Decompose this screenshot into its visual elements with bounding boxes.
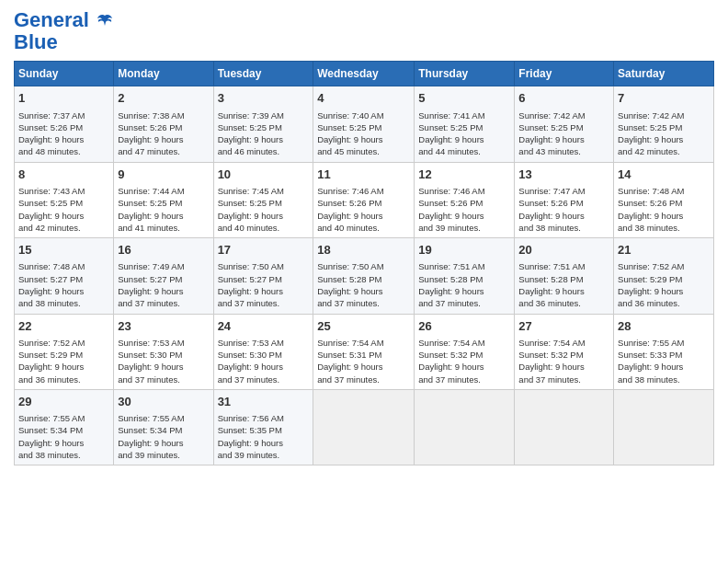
calendar-cell: 1Sunrise: 7:37 AMSunset: 5:26 PMDaylight…: [15, 86, 114, 162]
day-info-line: Daylight: 9 hours: [18, 361, 109, 373]
day-info-line: Sunset: 5:26 PM: [518, 197, 609, 209]
day-number: 28: [618, 318, 710, 335]
day-info-line: Daylight: 9 hours: [418, 285, 510, 297]
day-info-line: Sunset: 5:26 PM: [618, 197, 710, 209]
day-info-line: Daylight: 9 hours: [418, 361, 510, 373]
day-info-line: and 48 minutes.: [18, 145, 109, 157]
day-info-line: and 37 minutes.: [418, 373, 510, 385]
day-info-line: and 36 minutes.: [618, 297, 710, 309]
day-info-line: Sunrise: 7:39 AM: [218, 109, 310, 121]
day-info-line: and 37 minutes.: [118, 373, 209, 385]
day-info-line: Sunset: 5:31 PM: [317, 349, 410, 361]
day-info-line: Daylight: 9 hours: [118, 210, 209, 222]
day-info-line: Daylight: 9 hours: [218, 361, 310, 373]
calendar-cell: 12Sunrise: 7:46 AMSunset: 5:26 PMDayligh…: [415, 162, 515, 237]
day-number: 17: [218, 242, 310, 259]
day-number: 31: [218, 394, 310, 410]
day-info-line: Sunset: 5:27 PM: [118, 273, 209, 285]
calendar-cell: 11Sunrise: 7:46 AMSunset: 5:26 PMDayligh…: [313, 162, 415, 237]
day-info-line: Daylight: 9 hours: [618, 361, 710, 373]
day-info-line: Sunrise: 7:38 AM: [118, 109, 209, 121]
day-info-line: and 38 minutes.: [518, 222, 609, 234]
calendar-table: SundayMondayTuesdayWednesdayThursdayFrid…: [14, 61, 714, 465]
day-number: 9: [118, 167, 209, 183]
day-info-line: Sunset: 5:32 PM: [418, 349, 510, 361]
day-info-line: and 40 minutes.: [218, 222, 310, 234]
calendar-cell: 6Sunrise: 7:42 AMSunset: 5:25 PMDaylight…: [515, 86, 614, 162]
day-info-line: and 42 minutes.: [18, 222, 109, 234]
day-info-line: and 36 minutes.: [518, 297, 609, 309]
day-info-line: Daylight: 9 hours: [218, 133, 310, 145]
day-info-line: Daylight: 9 hours: [218, 437, 310, 449]
day-info-line: Daylight: 9 hours: [317, 133, 410, 145]
weekday-header-thursday: Thursday: [415, 62, 515, 86]
day-info-line: and 37 minutes.: [418, 297, 510, 309]
day-info-line: Sunrise: 7:40 AM: [317, 109, 410, 121]
calendar-cell: 21Sunrise: 7:52 AMSunset: 5:29 PMDayligh…: [614, 238, 714, 314]
day-info-line: and 38 minutes.: [618, 373, 710, 385]
day-info-line: Sunset: 5:26 PM: [18, 121, 109, 133]
day-number: 27: [518, 318, 609, 335]
day-info-line: Sunrise: 7:54 AM: [518, 337, 609, 349]
day-info-line: and 37 minutes.: [317, 297, 410, 309]
calendar-week-row: 8Sunrise: 7:43 AMSunset: 5:25 PMDaylight…: [15, 162, 714, 237]
calendar-cell: 16Sunrise: 7:49 AMSunset: 5:27 PMDayligh…: [114, 238, 213, 314]
day-info-line: and 36 minutes.: [18, 373, 109, 385]
day-info-line: and 41 minutes.: [118, 222, 209, 234]
calendar-week-row: 15Sunrise: 7:48 AMSunset: 5:27 PMDayligh…: [15, 238, 714, 314]
day-info-line: Sunset: 5:28 PM: [518, 273, 609, 285]
calendar-cell: [313, 389, 415, 465]
day-info-line: Sunrise: 7:50 AM: [317, 260, 410, 272]
logo-bird-icon: [97, 13, 113, 29]
day-info-line: Daylight: 9 hours: [218, 210, 310, 222]
day-info-line: Sunset: 5:25 PM: [218, 121, 310, 133]
calendar-cell: 31Sunrise: 7:56 AMSunset: 5:35 PMDayligh…: [213, 389, 313, 465]
day-info-line: Sunrise: 7:55 AM: [618, 337, 710, 349]
day-number: 7: [618, 90, 710, 107]
weekday-header-sunday: Sunday: [15, 62, 114, 86]
day-number: 30: [118, 394, 209, 410]
page-header: General Blue: [14, 9, 714, 53]
day-info-line: Sunrise: 7:52 AM: [618, 260, 710, 272]
day-info-line: Sunrise: 7:41 AM: [418, 109, 510, 121]
calendar-cell: 5Sunrise: 7:41 AMSunset: 5:25 PMDaylight…: [415, 86, 515, 162]
day-info-line: Sunset: 5:32 PM: [518, 349, 609, 361]
calendar-cell: 13Sunrise: 7:47 AMSunset: 5:26 PMDayligh…: [515, 162, 614, 237]
calendar-cell: 26Sunrise: 7:54 AMSunset: 5:32 PMDayligh…: [415, 314, 515, 389]
day-number: 5: [418, 90, 510, 107]
day-info-line: Daylight: 9 hours: [118, 133, 209, 145]
day-info-line: Daylight: 9 hours: [18, 437, 109, 449]
day-info-line: Daylight: 9 hours: [218, 285, 310, 297]
day-info-line: Sunset: 5:27 PM: [18, 273, 109, 285]
calendar-cell: [415, 389, 515, 465]
calendar-cell: 30Sunrise: 7:55 AMSunset: 5:34 PMDayligh…: [114, 389, 213, 465]
calendar-cell: 25Sunrise: 7:54 AMSunset: 5:31 PMDayligh…: [313, 314, 415, 389]
day-info-line: Sunrise: 7:44 AM: [118, 185, 209, 197]
day-info-line: Daylight: 9 hours: [618, 285, 710, 297]
calendar-cell: 20Sunrise: 7:51 AMSunset: 5:28 PMDayligh…: [515, 238, 614, 314]
day-number: 3: [218, 90, 310, 107]
day-info-line: Sunset: 5:35 PM: [218, 424, 310, 436]
day-info-line: Daylight: 9 hours: [418, 210, 510, 222]
day-info-line: Daylight: 9 hours: [618, 133, 710, 145]
calendar-cell: 23Sunrise: 7:53 AMSunset: 5:30 PMDayligh…: [114, 314, 213, 389]
weekday-header-tuesday: Tuesday: [213, 62, 313, 86]
calendar-cell: 3Sunrise: 7:39 AMSunset: 5:25 PMDaylight…: [213, 86, 313, 162]
page-container: General Blue SundayMondayTuesdayWednesda…: [0, 0, 728, 475]
day-info-line: Sunrise: 7:55 AM: [18, 412, 109, 424]
day-info-line: Sunrise: 7:46 AM: [317, 185, 410, 197]
day-info-line: Sunrise: 7:54 AM: [317, 337, 410, 349]
day-info-line: Sunset: 5:25 PM: [317, 121, 410, 133]
day-info-line: Sunset: 5:33 PM: [618, 349, 710, 361]
day-info-line: Sunrise: 7:47 AM: [518, 185, 609, 197]
day-info-line: and 40 minutes.: [317, 222, 410, 234]
day-number: 20: [518, 242, 609, 259]
day-info-line: Sunrise: 7:53 AM: [218, 337, 310, 349]
calendar-cell: 17Sunrise: 7:50 AMSunset: 5:27 PMDayligh…: [213, 238, 313, 314]
day-info-line: and 38 minutes.: [618, 222, 710, 234]
day-info-line: Sunset: 5:25 PM: [418, 121, 510, 133]
day-number: 29: [18, 394, 109, 410]
day-info-line: Sunrise: 7:53 AM: [118, 337, 209, 349]
calendar-cell: 10Sunrise: 7:45 AMSunset: 5:25 PMDayligh…: [213, 162, 313, 237]
day-info-line: Daylight: 9 hours: [317, 361, 410, 373]
